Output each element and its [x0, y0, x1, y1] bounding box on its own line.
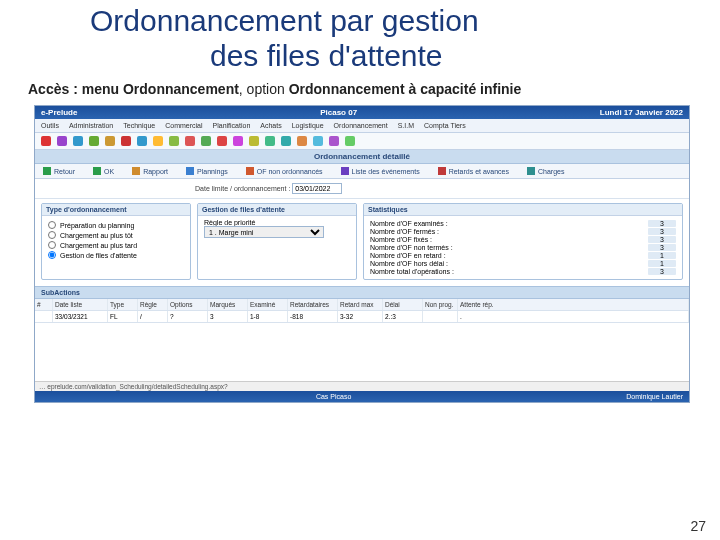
menu-s.i.m[interactable]: S.I.M: [398, 122, 414, 129]
table-row[interactable]: 33/03/2321FL/?31-8-8183-322.:3.: [35, 311, 689, 323]
stat-value: 3: [648, 268, 676, 275]
col-header[interactable]: Attente rép.: [458, 299, 689, 310]
toolbar-icon-19[interactable]: [345, 136, 355, 146]
access-prefix: Accès : menu: [28, 81, 123, 97]
toolbar-icon-1[interactable]: [57, 136, 67, 146]
menu-compta tiers[interactable]: Compta Tiers: [424, 122, 466, 129]
access-option: Ordonnancement à capacité infinie: [289, 81, 522, 97]
col-header[interactable]: Délai: [383, 299, 423, 310]
col-header[interactable]: Retard max: [338, 299, 383, 310]
action-ok[interactable]: OK: [93, 167, 114, 175]
stat-value: 3: [648, 236, 676, 243]
menu-planification[interactable]: Planification: [213, 122, 251, 129]
toolbar-icon-8[interactable]: [169, 136, 179, 146]
toolbar-icon-11[interactable]: [217, 136, 227, 146]
toolbar-icon-18[interactable]: [329, 136, 339, 146]
toolbar-icon-4[interactable]: [105, 136, 115, 146]
col-header[interactable]: Examiné: [248, 299, 288, 310]
toolbar-icon-13[interactable]: [249, 136, 259, 146]
menu-logistique[interactable]: Logistique: [292, 122, 324, 129]
subactions-header: SubActions: [35, 286, 689, 299]
toolbar-icon-7[interactable]: [153, 136, 163, 146]
toolbar: [35, 133, 689, 150]
toolbar-icon-12[interactable]: [233, 136, 243, 146]
menubar: OutilsAdministrationTechniqueCommercialP…: [35, 119, 689, 133]
cell: [423, 311, 458, 322]
panel2-title: Gestion de files d'attente: [198, 204, 356, 216]
rule-label: Règle de priorité: [204, 219, 350, 226]
action-plannings[interactable]: Plannings: [186, 167, 228, 175]
col-header[interactable]: #: [35, 299, 53, 310]
menu-outils[interactable]: Outils: [41, 122, 59, 129]
radio-row: Préparation du planning: [48, 221, 184, 229]
action-rapport[interactable]: Rapport: [132, 167, 168, 175]
app-titlebar: e-Prelude Picaso 07 Lundi 17 Janvier 202…: [35, 106, 689, 119]
stat-label: Nombre d'OF en retard :: [370, 252, 446, 259]
action-label: Charges: [538, 168, 564, 175]
radio-option-2[interactable]: [48, 241, 56, 249]
footer-bar: Cas Picaso Dominique Lautier: [35, 391, 689, 402]
toolbar-icon-9[interactable]: [185, 136, 195, 146]
cell: [35, 311, 53, 322]
page-subheader: Ordonnancement détaillé: [35, 150, 689, 164]
radio-label: Gestion de files d'attente: [60, 252, 137, 259]
menu-technique[interactable]: Technique: [123, 122, 155, 129]
radio-option-0[interactable]: [48, 221, 56, 229]
panel-statistiques: Statistiques Nombre d'OF examinés :3Nomb…: [363, 203, 683, 280]
stat-row: Nombre total d'opérations :3: [370, 268, 676, 275]
action-retour[interactable]: Retour: [43, 167, 75, 175]
menu-achats[interactable]: Achats: [260, 122, 281, 129]
stat-label: Nombre d'OF non termés :: [370, 244, 453, 251]
toolbar-icon-0[interactable]: [41, 136, 51, 146]
stat-label: Nombre d'OF fermés :: [370, 228, 439, 235]
col-header[interactable]: Marqués: [208, 299, 248, 310]
action-label: OK: [104, 168, 114, 175]
toolbar-icon-10[interactable]: [201, 136, 211, 146]
col-header[interactable]: Options: [168, 299, 208, 310]
action-charges[interactable]: Charges: [527, 167, 564, 175]
toolbar-icon-15[interactable]: [281, 136, 291, 146]
menu-administration[interactable]: Administration: [69, 122, 113, 129]
radio-option-1[interactable]: [48, 231, 56, 239]
stat-value: 3: [648, 244, 676, 251]
rule-select[interactable]: 1 . Marge mini: [204, 226, 324, 238]
radio-label: Chargement au plus tôt: [60, 232, 133, 239]
action-icon: [186, 167, 194, 175]
toolbar-icon-17[interactable]: [313, 136, 323, 146]
toolbar-icon-3[interactable]: [89, 136, 99, 146]
action-label: Retour: [54, 168, 75, 175]
grid-header: #Date listeTypeRègleOptionsMarquésExamin…: [35, 299, 689, 311]
action-of-non-ordonnancés[interactable]: OF non ordonnancés: [246, 167, 323, 175]
menu-commercial[interactable]: Commercial: [165, 122, 202, 129]
action-bar: RetourOKRapportPlanningsOF non ordonnanc…: [35, 164, 689, 179]
cell: 2.:3: [383, 311, 423, 322]
grid: #Date listeTypeRègleOptionsMarquésExamin…: [35, 299, 689, 381]
stat-row: Nombre d'OF fermés :3: [370, 228, 676, 235]
col-header[interactable]: Règle: [138, 299, 168, 310]
cell: -818: [288, 311, 338, 322]
radio-option-3[interactable]: [48, 251, 56, 259]
action-retards-et-avances[interactable]: Retards et avances: [438, 167, 509, 175]
panel-files-attente: Gestion de files d'attente Règle de prio…: [197, 203, 357, 280]
col-header[interactable]: Non prog.: [423, 299, 458, 310]
cell: 3: [208, 311, 248, 322]
menu-ordonnancement[interactable]: Ordonnancement: [334, 122, 388, 129]
app-center: Picaso 07: [320, 108, 357, 117]
col-header[interactable]: Retardataires: [288, 299, 338, 310]
toolbar-icon-14[interactable]: [265, 136, 275, 146]
stat-row: Nombre d'OF hors délai :1: [370, 260, 676, 267]
toolbar-icon-2[interactable]: [73, 136, 83, 146]
date-input[interactable]: [292, 183, 342, 194]
action-label: Plannings: [197, 168, 228, 175]
stat-row: Nombre d'OF fixés :3: [370, 236, 676, 243]
toolbar-icon-6[interactable]: [137, 136, 147, 146]
col-header[interactable]: Type: [108, 299, 138, 310]
page-number: 27: [690, 518, 706, 534]
toolbar-icon-5[interactable]: [121, 136, 131, 146]
action-liste-des-événements[interactable]: Liste des événements: [341, 167, 420, 175]
stat-value: 3: [648, 220, 676, 227]
radio-row: Gestion de files d'attente: [48, 251, 184, 259]
col-header[interactable]: Date liste: [53, 299, 108, 310]
toolbar-icon-16[interactable]: [297, 136, 307, 146]
panel1-title: Type d'ordonnancement: [42, 204, 190, 216]
